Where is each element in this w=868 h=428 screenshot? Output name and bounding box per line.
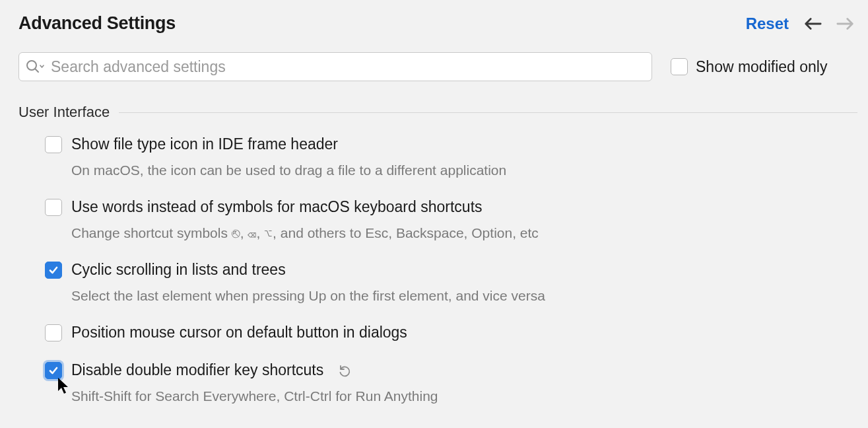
forward-button[interactable] (836, 15, 855, 33)
setting-label: Show file type icon in IDE frame header (71, 135, 338, 153)
setting-checkbox[interactable] (45, 324, 62, 341)
show-modified-only-checkbox[interactable] (671, 58, 688, 75)
setting-label: Cyclic scrolling in lists and trees (71, 261, 286, 279)
setting-item: Use words instead of symbols for macOS k… (45, 198, 831, 241)
section-divider (119, 112, 857, 113)
setting-item: Position mouse cursor on default button … (45, 324, 831, 341)
setting-row[interactable]: Disable double modifier key shortcuts (45, 361, 831, 379)
section-title: User Interface (18, 104, 110, 121)
page-title: Advanced Settings (18, 13, 176, 34)
arrow-right-icon (836, 16, 855, 32)
setting-description: Change shortcut symbols ⎋, ⌫, ⌥, and oth… (71, 225, 831, 241)
setting-item: Cyclic scrolling in lists and treesSelec… (45, 261, 831, 304)
setting-label: Position mouse cursor on default button … (71, 324, 407, 341)
reset-button[interactable]: Reset (746, 15, 789, 33)
setting-description: Select the last element when pressing Up… (71, 288, 831, 304)
setting-checkbox[interactable] (45, 199, 62, 216)
setting-row[interactable]: Show file type icon in IDE frame header (45, 135, 831, 153)
setting-item: Disable double modifier key shortcutsShi… (45, 361, 831, 404)
setting-label: Use words instead of symbols for macOS k… (71, 198, 483, 216)
search-icon (26, 59, 44, 74)
setting-checkbox[interactable] (45, 262, 62, 279)
show-modified-only-toggle[interactable]: Show modified only (671, 58, 827, 76)
setting-item: Show file type icon in IDE frame headerO… (45, 135, 831, 178)
setting-description: Shift-Shift for Search Everywhere, Ctrl-… (71, 388, 831, 404)
search-input[interactable] (51, 58, 645, 76)
arrow-left-icon (803, 16, 822, 32)
svg-line-1 (35, 69, 38, 72)
setting-row[interactable]: Use words instead of symbols for macOS k… (45, 198, 831, 216)
revert-icon[interactable] (337, 363, 351, 378)
setting-row[interactable]: Position mouse cursor on default button … (45, 324, 831, 341)
setting-label: Disable double modifier key shortcuts (71, 361, 323, 379)
search-input-container[interactable] (18, 52, 652, 81)
setting-checkbox[interactable] (45, 136, 62, 153)
setting-checkbox[interactable] (45, 362, 62, 379)
setting-description: On macOS, the icon can be used to drag a… (71, 162, 831, 178)
setting-row[interactable]: Cyclic scrolling in lists and trees (45, 261, 831, 279)
show-modified-only-label: Show modified only (696, 58, 827, 76)
back-button[interactable] (803, 15, 822, 33)
